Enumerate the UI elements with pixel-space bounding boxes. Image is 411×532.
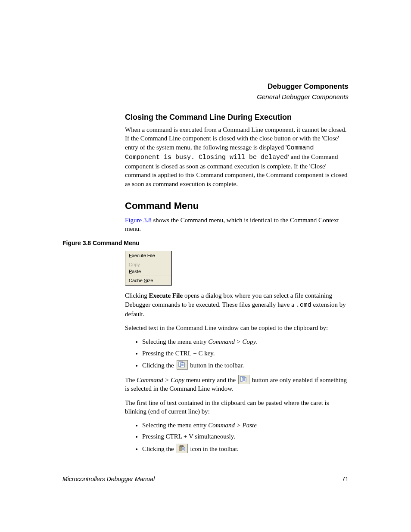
- para-intro: Figure 3.8 shows the Command menu, which…: [125, 216, 349, 233]
- italic-text: Command > Paste: [208, 422, 257, 429]
- section-command-menu: Command Menu Figure 3.8 shows the Comman…: [125, 200, 349, 233]
- menu-item-cache-size: Cache Size: [125, 277, 171, 284]
- header-rule: [62, 104, 349, 104]
- menu-item-execute-file: Execute File: [125, 252, 171, 259]
- paste-icon: [177, 444, 188, 453]
- menu-item-copy: Copy: [125, 261, 171, 268]
- header-title: Debugger Components: [62, 82, 349, 92]
- figure-link[interactable]: Figure 3.8: [125, 217, 152, 224]
- menu-item-paste: Paste: [125, 268, 171, 275]
- running-header: Debugger Components General Debugger Com…: [62, 82, 349, 101]
- text: Clicking: [125, 292, 149, 299]
- list-item: Pressing CTRL + V simultaneously.: [142, 432, 349, 441]
- text: Clicking the: [142, 445, 176, 452]
- footer-rule: [62, 471, 349, 471]
- copy-methods-list: Selecting the menu entry Command > Copy.…: [125, 337, 349, 370]
- text: Clicking the: [142, 362, 176, 369]
- section-closing: Closing the Command Line During Executio…: [125, 113, 349, 188]
- text: Selecting the menu entry: [142, 338, 208, 345]
- para-copy-intro: Selected text in the Command Line window…: [125, 324, 349, 332]
- page-number: 71: [342, 476, 349, 482]
- inline-code: .cmd: [296, 302, 311, 309]
- para-execute-file: Clicking Execute File opens a dialog box…: [125, 291, 349, 318]
- heading-closing: Closing the Command Line During Executio…: [125, 113, 349, 122]
- page-footer: Microcontrollers Debugger Manual 71: [62, 471, 349, 482]
- figure-caption: Figure 3.8 Command Menu: [62, 239, 349, 247]
- heading-command-menu: Command Menu: [125, 200, 349, 212]
- text: menu entry and the: [184, 376, 237, 383]
- copy-icon: [177, 360, 188, 370]
- text: icon in the toolbar.: [189, 445, 239, 452]
- para-paste-intro: The first line of text contained in the …: [125, 398, 349, 416]
- italic-text: Command > Copy: [137, 376, 184, 383]
- text: Selecting the menu entry: [142, 422, 208, 429]
- list-item: Clicking the button in the toolbar.: [142, 360, 349, 370]
- svg-rect-11: [181, 445, 183, 447]
- list-item: Clicking the icon in the toolbar.: [142, 444, 349, 453]
- header-subtitle: General Debugger Components: [62, 93, 349, 101]
- text: .: [256, 338, 258, 345]
- italic-text: Command > Copy: [208, 338, 256, 345]
- list-item: Selecting the menu entry Command > Paste: [142, 421, 349, 429]
- page: Debugger Components General Debugger Com…: [0, 0, 411, 532]
- section-body: Clicking Execute File opens a dialog box…: [125, 291, 349, 453]
- list-item: Pressing the CTRL + C key.: [142, 349, 349, 358]
- command-menu-screenshot: Execute File Copy Paste Cache Size: [125, 251, 171, 285]
- copy-icon: [238, 375, 249, 384]
- text: button in the toolbar.: [189, 362, 244, 369]
- paste-methods-list: Selecting the menu entry Command > Paste…: [125, 421, 349, 453]
- text: The: [125, 376, 137, 383]
- list-item: Selecting the menu entry Command > Copy.: [142, 337, 349, 346]
- footer-manual-title: Microcontrollers Debugger Manual: [62, 476, 155, 482]
- bold-text: Execute File: [149, 292, 183, 299]
- text: shows the Command menu, which is identic…: [125, 217, 339, 232]
- para-closing: When a command is executed from a Comman…: [125, 125, 349, 188]
- para-copy-enabled: The Command > Copy menu entry and the bu…: [125, 375, 349, 393]
